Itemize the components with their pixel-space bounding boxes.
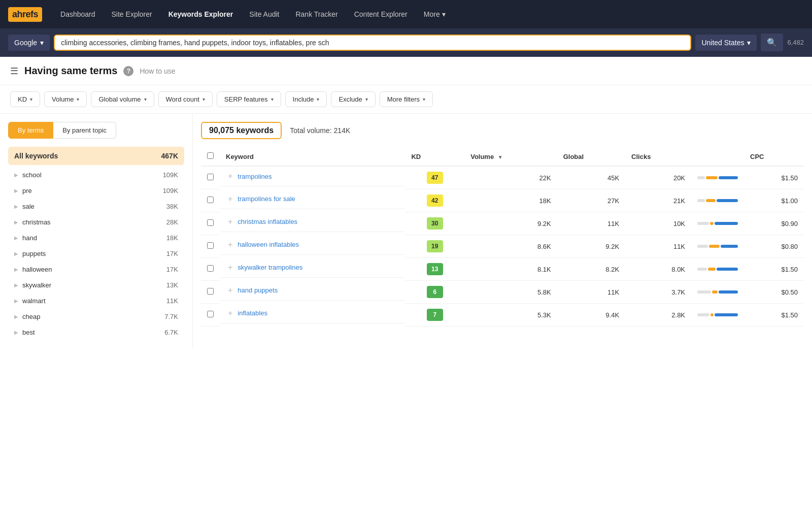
filter-word-count[interactable]: Word count ▾ — [158, 91, 213, 107]
col-volume-header[interactable]: Volume ▼ — [464, 147, 557, 166]
table-row: + hand puppets 6 5.8K 11K 3.7K $0.50 — [201, 281, 804, 304]
search-engine-select[interactable]: Google ▾ — [8, 35, 50, 51]
keyword-link[interactable]: halloween inflatables — [238, 241, 299, 248]
list-item[interactable]: ▶hand 18K — [8, 230, 184, 246]
results-header: 90,075 keywords Total volume: 214K — [201, 122, 804, 139]
right-content: 90,075 keywords Total volume: 214K Keywo… — [193, 114, 812, 348]
nav-more[interactable]: More ▾ — [418, 6, 452, 22]
nav-rank-tracker[interactable]: Rank Tracker — [289, 6, 344, 22]
row-chart-cell — [691, 281, 744, 304]
nav-dashboard[interactable]: Dashboard — [54, 6, 101, 22]
keyword-link[interactable]: trampolines — [238, 173, 272, 180]
filter-more[interactable]: More filters ▾ — [380, 91, 433, 107]
row-volume-cell: 8.1K — [464, 258, 557, 281]
row-checkbox-cell — [201, 281, 220, 304]
filter-kd[interactable]: KD ▾ — [10, 91, 40, 107]
keyword-link[interactable]: trampolines for sale — [238, 195, 295, 203]
tab-by-terms[interactable]: By terms — [8, 122, 53, 139]
row-add-cell: + skywalker trampolines — [220, 258, 405, 278]
row-checkbox[interactable] — [207, 174, 214, 180]
list-item[interactable]: ▶skywalker 13K — [8, 277, 184, 293]
nav-content-explorer[interactable]: Content Explorer — [348, 6, 414, 22]
filter-serp-features[interactable]: SERP features ▾ — [217, 91, 281, 107]
filter-exclude[interactable]: Exclude ▾ — [331, 91, 375, 107]
list-item[interactable]: ▶best 6.7K — [8, 324, 184, 340]
chevron-right-icon: ▶ — [14, 298, 18, 304]
list-item[interactable]: ▶pre 109K — [8, 183, 184, 199]
add-keyword-button[interactable]: + — [226, 240, 234, 249]
filter-include[interactable]: Include ▾ — [285, 91, 327, 107]
search-input[interactable] — [61, 39, 684, 47]
keyword-link[interactable]: hand puppets — [238, 286, 278, 294]
row-checkbox-cell — [201, 212, 220, 235]
row-global-cell: 9.2K — [557, 235, 625, 258]
search-button[interactable]: 🔍 — [761, 34, 783, 51]
table-header-row: Keyword KD Volume ▼ Global Clicks CPC — [201, 147, 804, 166]
row-cpc-cell: $0.90 — [744, 212, 804, 235]
chevron-right-icon: ▶ — [14, 314, 18, 319]
row-clicks-cell: 8.0K — [625, 258, 691, 281]
add-keyword-button[interactable]: + — [226, 263, 234, 272]
chevron-down-icon: ▾ — [747, 39, 751, 47]
nav-site-audit[interactable]: Site Audit — [243, 6, 285, 22]
filter-global-volume[interactable]: Global volume ▾ — [91, 91, 154, 107]
row-volume-cell: 18K — [464, 189, 557, 212]
add-keyword-button[interactable]: + — [226, 194, 234, 204]
row-checkbox[interactable] — [207, 288, 214, 295]
left-sidebar: By terms By parent topic All keywords 46… — [0, 114, 193, 348]
search-input-wrapper — [54, 35, 691, 51]
list-item[interactable]: ▶school 109K — [8, 167, 184, 183]
list-item[interactable]: ▶puppets 17K — [8, 246, 184, 262]
mini-chart — [697, 290, 738, 294]
mini-chart — [697, 268, 738, 271]
chevron-right-icon: ▶ — [14, 188, 18, 193]
row-clicks-cell: 10K — [625, 212, 691, 235]
row-checkbox[interactable] — [207, 311, 214, 317]
kd-badge: 6 — [427, 286, 443, 298]
keyword-link[interactable]: inflatables — [238, 309, 267, 317]
add-keyword-button[interactable]: + — [226, 172, 234, 181]
table-row: + christmas inflatables 30 9.2K 11K 10K … — [201, 212, 804, 235]
chevron-right-icon: ▶ — [14, 172, 18, 178]
list-item[interactable]: ▶walmart 11K — [8, 293, 184, 309]
add-keyword-button[interactable]: + — [226, 286, 234, 295]
row-checkbox[interactable] — [207, 265, 214, 272]
row-global-cell: 27K — [557, 189, 625, 212]
how-to-use-link[interactable]: How to use — [140, 67, 175, 75]
list-item[interactable]: ▶cheap 7.7K — [8, 309, 184, 324]
row-volume-cell: 5.8K — [464, 281, 557, 304]
list-item[interactable]: ▶halloween 17K — [8, 262, 184, 277]
chevron-down-icon: ▾ — [442, 10, 446, 18]
keyword-list: All keywords 467K ▶school 109K ▶pre 109K… — [8, 147, 184, 340]
list-item[interactable]: ▶sale 38K — [8, 199, 184, 214]
keyword-link[interactable]: skywalker trampolines — [238, 264, 302, 271]
hamburger-icon[interactable]: ☰ — [10, 66, 18, 77]
row-clicks-cell: 3.7K — [625, 281, 691, 304]
main-area: By terms By parent topic All keywords 46… — [0, 114, 812, 348]
nav-site-explorer[interactable]: Site Explorer — [106, 6, 158, 22]
list-item[interactable]: ▶christmas 28K — [8, 214, 184, 230]
keyword-link[interactable]: christmas inflatables — [238, 218, 297, 225]
row-checkbox[interactable] — [207, 197, 214, 203]
country-select[interactable]: United States ▾ — [695, 35, 757, 51]
help-icon[interactable]: ? — [123, 66, 133, 76]
row-volume-cell: 8.6K — [464, 235, 557, 258]
add-keyword-button[interactable]: + — [226, 217, 234, 226]
table-row: + trampolines for sale 42 18K 27K 21K $1… — [201, 189, 804, 212]
row-checkbox[interactable] — [207, 219, 214, 226]
row-cpc-cell: $1.50 — [744, 258, 804, 281]
keyword-list-all[interactable]: All keywords 467K — [8, 147, 184, 165]
select-all-checkbox[interactable] — [207, 152, 214, 159]
row-global-cell: 9.4K — [557, 304, 625, 327]
filter-volume[interactable]: Volume ▾ — [44, 91, 87, 107]
nav-keywords-explorer[interactable]: Keywords Explorer — [162, 6, 240, 22]
tab-by-parent-topic[interactable]: By parent topic — [53, 122, 116, 139]
credits-display: 6,482 — [787, 39, 804, 46]
row-checkbox[interactable] — [207, 242, 214, 249]
kd-badge: 42 — [427, 194, 443, 207]
add-keyword-button[interactable]: + — [226, 309, 234, 318]
view-tabs: By terms By parent topic — [8, 122, 184, 139]
page-content: ☰ Having same terms ? How to use KD ▾ Vo… — [0, 57, 812, 521]
chevron-down-icon: ▾ — [423, 96, 425, 102]
row-add-cell: + halloween inflatables — [220, 235, 405, 255]
